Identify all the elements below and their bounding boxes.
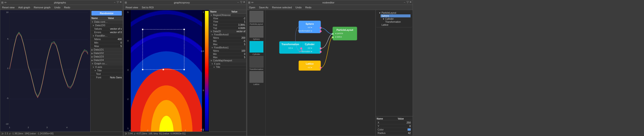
prop-xlow[interactable]: Xlow -2 [209,17,246,20]
svg-text:Transformation: Transformation [282,43,299,46]
prop-ylow[interactable]: Ylow 1 [209,20,246,23]
particlelayout-node[interactable]: ParticleLayout ● particle ● lattice [332,27,357,40]
prop-min0[interactable]: Min -5 [209,40,246,43]
prop-name: Y [378,125,397,128]
prop-y[interactable]: Y 0 [377,125,412,128]
sphere-node[interactable]: Sphere out ● transformation ● [298,21,322,33]
prop-name: ▼FixedBinAxis1 [211,46,245,49]
prop-nbins[interactable]: Nbins 400 [90,37,123,41]
prop-value: 100 [232,50,245,52]
prop-nbins1[interactable]: Nbins 100 [209,49,246,53]
plot-props-panel: Randomize Name Value ▼Data container ▼Da… [90,10,123,132]
sidebar-lattice[interactable]: Lattice [380,23,410,26]
prop-max[interactable]: Max 5 [90,44,123,48]
prop-roi[interactable]: ▼RegionOfInterest [209,14,246,17]
nodeeditor-toolbar: Open Save As Remove selected Undo Redo [247,5,412,10]
particlelayout-children: Sphere ▼ Cylinder Transformation Lattice [378,14,410,26]
prop-fixedbinaxis[interactable]: ▼FixedBinAxis [90,34,123,37]
prop-graph-container[interactable]: ▼Graph container [90,62,123,65]
prop-name: ▼Title [213,66,245,68]
transformation-node[interactable]: Transformation out ● [280,41,302,53]
node-canvas[interactable]: Sphere out ● transformation ● Cylinder o… [266,10,376,136]
prop-nbins0[interactable]: Nbins 200 [209,36,246,40]
sidebar-cylinder-parent[interactable]: ▼ Cylinder [382,17,410,20]
prop-values[interactable]: Values vector of v [90,27,123,31]
colorbar-label-05: 0.5 [200,50,204,52]
prop-radius[interactable]: Radius 42 [377,131,412,135]
prop-min[interactable]: Min 0 [90,41,123,44]
svg-text:0: 0 [7,67,8,70]
nodeeditor-titlebar: ⊞ ✏ nodeeditor － ▽ ✕ [247,0,412,5]
prop-yup[interactable]: Yup 4.0686 [209,27,246,30]
prop-fba0[interactable]: ▼FixedBinAxis0 [209,33,246,36]
prop-cmv-xaxis[interactable]: ▼X axis [209,62,246,66]
prop-name: Ylow [213,20,232,23]
open-button[interactable]: Open [248,6,256,9]
cylinder-node[interactable]: Cylinder out ● transformation ● [298,41,322,53]
svg-text:-2: -2 [147,130,148,132]
add-graph-button[interactable]: Add graph [18,6,31,9]
prop-data1d2[interactable]: ▶Data1D2 [90,51,123,55]
prop-data1d0[interactable]: ▼Data1D0 [90,24,123,27]
prop-errors[interactable]: Errors vector of 0 [90,31,123,34]
sidebar-transformation[interactable]: Transformation [384,20,410,23]
sidebar-particlelayout[interactable]: ▼ ParticleLayout [378,11,410,14]
prop-text[interactable]: Text [90,72,123,76]
prop-colormapviewport[interactable]: ▼ColorMapViewport [209,59,246,62]
remove-graph-button[interactable]: Remove graph [33,6,52,9]
wave-plot-area[interactable]: 10 5 0 -5 -10 1 2 3 4 [0,10,90,132]
sidebar-sphere[interactable]: Sphere [380,14,410,17]
svg-point-55 [320,51,322,53]
prop-min1[interactable]: Min 0 [209,53,246,56]
reset-view-button[interactable]: Reset view [1,6,16,9]
prop-color[interactable]: Color [377,128,412,131]
redo-button[interactable]: Redo [63,6,71,9]
set-roi-button[interactable]: Set to ROI [141,6,154,9]
close-icon[interactable]: ✕ [243,0,245,4]
prop-data1d1[interactable]: ▶Data1D1 [90,48,123,51]
thumb-particlelayout-box [250,11,264,22]
reset-view-button[interactable]: Reset view [124,6,139,9]
svg-text:-10: -10 [5,123,8,125]
prop-max1[interactable]: Max 5 [209,56,246,59]
minus-icon: － [113,0,116,4]
prop-data2d[interactable]: ▼Data2D vector of [209,30,246,33]
prop-name: Errors [94,31,108,34]
prop-xaxis[interactable]: ▼X axis [90,65,123,69]
undo-button[interactable]: Undo [294,6,302,9]
svg-text:4: 4 [128,40,128,42]
graphics-content: 5 4 3 2 1 -4 -2 0 2 4 1 0.5 0 -0.5 [124,10,246,132]
expand-icon: ▽ [240,0,242,4]
prop-title[interactable]: ▼Title [90,69,123,72]
randomize-button[interactable]: Randomize [92,11,122,15]
prop-x[interactable]: X 250 [377,121,412,125]
graphicsproxy-props-header: Name Value [209,10,246,14]
prop-cmv-title[interactable]: ▼Title [209,66,246,69]
prop-xup[interactable]: Xup 3.3841 [209,23,246,27]
remove-selected-button[interactable]: Remove selected [271,6,293,9]
prop-data-container[interactable]: ▼Data container [90,20,123,24]
graphicsproxy-controls: － ▽ ✕ [237,0,245,4]
close-icon[interactable]: ✕ [120,0,122,4]
save-as-button[interactable]: Save As [258,6,269,9]
svg-text:out ●: out ● [288,47,293,49]
prop-value: 1 [232,20,245,23]
prop-data1d4[interactable]: ▶Data1D4 [90,58,123,62]
colorbar-gradient [205,11,209,131]
close-icon[interactable]: ✕ [410,0,412,4]
heatmap-wrapper[interactable]: 5 4 3 2 1 -4 -2 0 2 4 1 0.5 0 -0.5 [124,10,209,132]
nodeeditor-title: nodeeditor [254,1,402,4]
prop-font[interactable]: Font Noto Sans [90,76,123,79]
thumbnails-column: ParticleLayout Sphere Cylinder Transform… [247,10,266,136]
prop-data1d3[interactable]: ▶Data1D3 [90,55,123,58]
prop-name: ▼FixedBinAxis [92,34,108,37]
undo-button[interactable]: Undo [54,6,61,9]
plotgraphs-status-text: [x: 2.3, y: -1.38] [binx: 184] [value: -… [2,132,54,135]
prop-fba1[interactable]: ▼FixedBinAxis1 [209,46,246,49]
prop-name: Min [213,53,232,55]
svg-text:10: 10 [6,11,8,13]
lattice-node[interactable]: Lattice out ● [299,61,322,70]
prop-max0[interactable]: Max 5 [209,43,246,46]
expand-icon: ▽ [406,0,409,4]
redo-button[interactable]: Redo [304,6,312,9]
